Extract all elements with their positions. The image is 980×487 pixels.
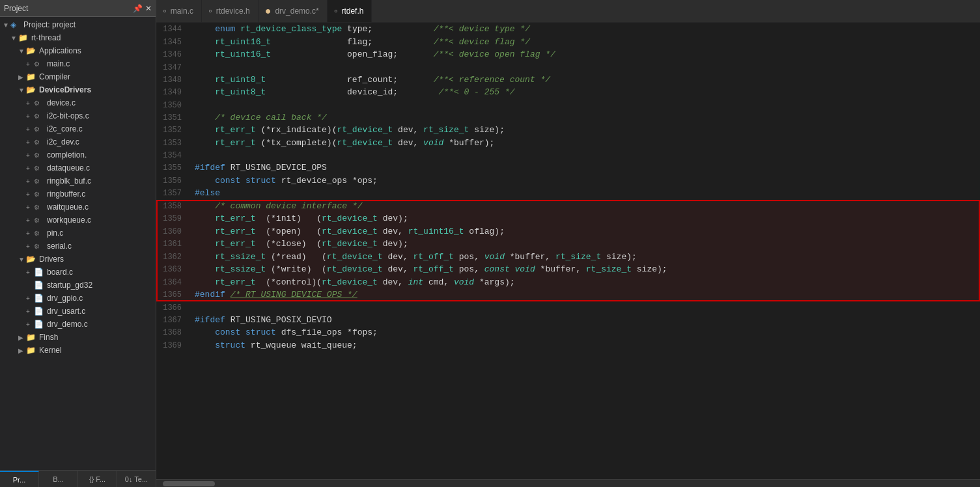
tree-item-kernel[interactable]: ▶ 📁 Kernel — [0, 344, 156, 357]
tree-label-device-c: device.c — [47, 98, 76, 107]
line-content: rt_err_t (*control)(rt_device_t dev, int… — [192, 276, 980, 289]
tree-item-board-c[interactable]: + 📄 board.c — [0, 266, 156, 279]
tree-label-rt-thread: rt-thread — [31, 33, 61, 42]
tree-label-finsh: Finsh — [39, 333, 58, 342]
tree-arrow: + — [26, 295, 34, 302]
tree-label-i2c-core-c: i2c_core.c — [47, 124, 83, 133]
folder-icon: 📁 — [26, 333, 38, 342]
editor-tab-drv-demo-c[interactable]: ● drv_demo.c* — [259, 0, 328, 22]
line-content: rt_ssize_t (*read) (rt_device_t dev, rt_… — [192, 251, 980, 264]
tree-item-drivers[interactable]: ▼ 📂 Drivers — [0, 253, 156, 266]
tree-arrow: ▼ — [3, 21, 10, 29]
editor-tab-bar: ◦ main.c ◦ rtdevice.h ● drv_demo.c* ◦ rt… — [156, 0, 980, 23]
tree-item-waitqueue-c[interactable]: + ⚙ waitqueue.c — [0, 201, 156, 214]
tree-item-applications[interactable]: ▼ 📂 Applications — [0, 44, 156, 57]
tab-label-main-c: main.c — [171, 7, 193, 16]
tree-arrow: ▶ — [18, 334, 26, 341]
gear-file-icon: ⚙ — [34, 113, 46, 120]
gear-file-icon: ⚙ — [34, 152, 46, 159]
code-editor[interactable]: 1344 enum rt_device_class_type type; /**… — [156, 23, 980, 479]
code-row: 1355#ifdef RT_USING_DEVICE_OPS — [156, 161, 980, 174]
code-row: 1367#ifdef RT_USING_POSIX_DEVIO — [156, 314, 980, 327]
line-content: #endif /* RT_USING_DEVICE_OPS */ — [192, 288, 980, 301]
project-icon: ◈ — [10, 20, 22, 29]
tree-label-compiler: Compiler — [39, 72, 70, 81]
file-icon: 📄 — [34, 281, 46, 290]
code-row: 1366 — [156, 301, 980, 314]
tab-te[interactable]: 0↓ Te... — [117, 471, 156, 487]
tree-arrow: + — [26, 308, 34, 315]
tree-item-main-c[interactable]: + ⚙ main.c — [0, 57, 156, 70]
code-row: 1364 rt_err_t (*control)(rt_device_t dev… — [156, 276, 980, 289]
line-content: rt_err_t (*close) (rt_device_t dev); — [192, 238, 980, 251]
tree-item-ringblk-buf-c[interactable]: + ⚙ ringblk_buf.c — [0, 174, 156, 188]
tree-item-finsh[interactable]: ▶ 📁 Finsh — [0, 331, 156, 344]
line-content: rt_uint16_t flag; /**< device flag */ — [192, 36, 980, 49]
gear-file-icon: ⚙ — [34, 100, 46, 107]
tree-item-completion-c[interactable]: + ⚙ completion. — [0, 148, 156, 161]
tree-item-workqueue-c[interactable]: + ⚙ workqueue.c — [0, 214, 156, 227]
sidebar-tabs: Pr... B... {} F... 0↓ Te... — [0, 470, 156, 487]
editor-tab-main-c[interactable]: ◦ main.c — [156, 0, 202, 22]
gear-file-icon: ⚙ — [34, 217, 46, 224]
tree-item-i2c-dev-c[interactable]: + ⚙ i2c_dev.c — [0, 135, 156, 148]
editor-tab-rtdevice-h[interactable]: ◦ rtdevice.h — [202, 0, 259, 22]
tree-item-dataqueue-c[interactable]: + ⚙ dataqueue.c — [0, 161, 156, 174]
tree-label-i2c-dev-c: i2c_dev.c — [47, 137, 79, 146]
tree-item-i2c-bit-ops-c[interactable]: + ⚙ i2c-bit-ops.c — [0, 109, 156, 122]
tab-f[interactable]: {} F... — [78, 471, 117, 487]
line-number: 1353 — [156, 137, 192, 149]
gear-file-icon: ⚙ — [34, 126, 46, 133]
tree-item-devicedrivers[interactable]: ▼ 📂 DeviceDrivers — [0, 83, 156, 96]
tree-label-completion-c: completion. — [47, 150, 87, 160]
line-content: struct rt_wqueue wait_queue; — [192, 339, 980, 352]
tree-item-serial-c[interactable]: + ⚙ serial.c — [0, 240, 156, 253]
code-row: 1346 rt_uint16_t open_flag; /**< device … — [156, 48, 980, 61]
gear-file-icon: ⚙ — [34, 178, 46, 185]
tree-item-drv-demo-c[interactable]: + 📄 drv_demo.c — [0, 318, 156, 331]
tree-item-startup-gd32[interactable]: 📄 startup_gd32 — [0, 279, 156, 292]
tree-label-main-c: main.c — [47, 59, 70, 68]
tree-arrow: + — [26, 113, 34, 120]
code-row: 1348 rt_uint8_t ref_count; /**< referenc… — [156, 74, 980, 87]
tab-b[interactable]: B... — [39, 471, 78, 487]
horizontal-scrollbar[interactable] — [156, 479, 980, 487]
line-number: 1349 — [156, 86, 192, 98]
tab-project[interactable]: Pr... — [0, 471, 39, 487]
hscroll-thumb[interactable] — [163, 481, 215, 486]
tree-item-project-root[interactable]: ▼ ◈ Project: project — [0, 18, 156, 31]
code-row: 1365#endif /* RT_USING_DEVICE_OPS */ — [156, 288, 980, 301]
tree-item-pin-c[interactable]: + ⚙ pin.c — [0, 227, 156, 240]
tab-label-rtdef-h: rtdef.h — [341, 7, 363, 16]
tree-item-rt-thread[interactable]: ▼ 📁 rt-thread — [0, 31, 156, 44]
tree-item-device-c[interactable]: + ⚙ device.c — [0, 96, 156, 109]
editor-tab-rtdef-h[interactable]: ◦ rtdef.h — [328, 0, 372, 22]
line-content: rt_err_t (*tx_complete)(rt_device_t dev,… — [192, 137, 980, 150]
folder-icon: 📂 — [26, 46, 38, 55]
line-number: 1345 — [156, 36, 192, 48]
tree-item-compiler[interactable]: ▶ 📁 Compiler — [0, 70, 156, 83]
close-icon[interactable]: ✕ — [145, 4, 152, 13]
sidebar-title: Project — [4, 4, 28, 13]
tree-label-dataqueue-c: dataqueue.c — [47, 163, 90, 173]
tree-label-drivers: Drivers — [39, 255, 64, 264]
code-row: 1349 rt_uint8_t device_id; /**< 0 - 255 … — [156, 86, 980, 99]
tree-arrow: + — [26, 204, 34, 211]
tab-f-label: {} F... — [89, 475, 105, 483]
tree-item-drv-usart-c[interactable]: + 📄 drv_usart.c — [0, 305, 156, 318]
tree-arrow: ▼ — [10, 35, 18, 42]
code-row: 1363 rt_ssize_t (*write) (rt_device_t de… — [156, 263, 980, 276]
tree-item-drv-gpio-c[interactable]: + 📄 drv_gpio.c — [0, 292, 156, 305]
line-content: #else — [192, 187, 980, 200]
code-row: 1357#else — [156, 187, 980, 200]
line-number: 1358 — [156, 200, 192, 212]
code-row: 1358 /* common device interface */ — [156, 200, 980, 213]
tree-item-i2c-core-c[interactable]: + ⚙ i2c_core.c — [0, 122, 156, 135]
tab-label-rtdevice-h: rtdevice.h — [216, 7, 250, 16]
folder-icon: 📂 — [26, 85, 38, 94]
tree-item-ringbuffer-c[interactable]: + ⚙ ringbuffer.c — [0, 188, 156, 201]
line-number: 1364 — [156, 276, 192, 288]
pin-icon[interactable]: 📌 — [133, 4, 143, 13]
line-content: rt_err_t (*init) (rt_device_t dev); — [192, 212, 980, 225]
line-number: 1351 — [156, 111, 192, 124]
